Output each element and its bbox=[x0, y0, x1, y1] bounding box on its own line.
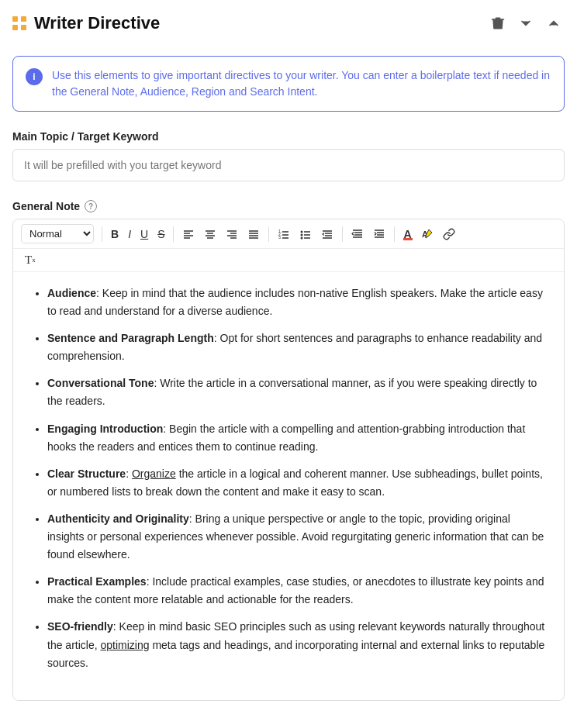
ordered-list-icon: 1.2.3. bbox=[278, 228, 290, 240]
help-icon[interactable]: ? bbox=[85, 200, 97, 212]
align-center-icon bbox=[204, 228, 216, 240]
align-center-button[interactable] bbox=[200, 226, 220, 243]
info-text: Use this elements to give important dire… bbox=[52, 67, 551, 100]
align-justify-button[interactable] bbox=[244, 226, 264, 243]
underline-word-2: optimizing bbox=[100, 639, 149, 651]
toolbar-row1: Normal Heading 1 Heading 2 Heading 3 B I… bbox=[13, 219, 564, 249]
svg-point-26 bbox=[301, 236, 303, 239]
general-note-section: General Note ? Normal Heading 1 Heading … bbox=[12, 200, 565, 701]
svg-text:3.: 3. bbox=[278, 235, 282, 240]
list-item: SEO-friendly: Keep in mind basic SEO pri… bbox=[47, 618, 545, 671]
list-item: Audience: Keep in mind that the audience… bbox=[47, 285, 545, 320]
list-item: Authenticity and Originality: Bring a un… bbox=[47, 510, 545, 564]
font-color-button[interactable]: A bbox=[399, 226, 415, 242]
list-item: Practical Examples: Include practical ex… bbox=[47, 573, 545, 609]
highlight-button[interactable]: A bbox=[417, 226, 437, 243]
content-list: Audience: Keep in mind that the audience… bbox=[32, 285, 545, 672]
grid-icon[interactable] bbox=[12, 16, 26, 30]
clear-format-button[interactable]: Tx bbox=[21, 252, 40, 268]
list-item: Clear Structure: Organize the article in… bbox=[47, 465, 545, 501]
editor-content[interactable]: Audience: Keep in mind that the audience… bbox=[13, 272, 564, 700]
indent-decrease-icon bbox=[351, 228, 364, 240]
page-title: Writer Directive bbox=[34, 13, 160, 33]
ordered-list-button[interactable]: 1.2.3. bbox=[274, 226, 294, 243]
indent-decrease-button[interactable] bbox=[347, 226, 368, 243]
align-left-button[interactable] bbox=[178, 226, 199, 243]
bold-button[interactable]: B bbox=[107, 226, 123, 242]
strikethrough-button[interactable]: S bbox=[154, 226, 168, 242]
svg-point-24 bbox=[301, 233, 303, 236]
list-item: Sentence and Paragraph Length: Opt for s… bbox=[47, 329, 545, 365]
align-left-icon bbox=[182, 228, 195, 240]
toolbar-divider-4 bbox=[342, 226, 343, 242]
header: Writer Directive bbox=[12, 12, 565, 40]
info-banner: i Use this elements to give important di… bbox=[12, 56, 565, 112]
header-actions bbox=[487, 12, 565, 34]
align-right-icon bbox=[226, 228, 238, 240]
chevron-up-icon bbox=[546, 16, 561, 31]
indent-increase-icon bbox=[373, 228, 385, 240]
general-note-label: General Note ? bbox=[12, 200, 565, 212]
italic-button[interactable]: I bbox=[124, 226, 135, 242]
align-justify-icon bbox=[247, 228, 260, 240]
toolbar-divider-3 bbox=[268, 226, 269, 242]
chevron-down-button[interactable] bbox=[515, 12, 537, 34]
link-icon bbox=[443, 228, 455, 240]
delete-button[interactable] bbox=[487, 12, 509, 34]
highlight-icon: A bbox=[421, 228, 434, 240]
link-button[interactable] bbox=[439, 226, 459, 243]
unordered-list-button[interactable] bbox=[295, 226, 316, 243]
editor-container: Normal Heading 1 Heading 2 Heading 3 B I… bbox=[12, 219, 565, 701]
list-item: Engaging Introduction: Begin the article… bbox=[47, 420, 545, 456]
format-select[interactable]: Normal Heading 1 Heading 2 Heading 3 bbox=[21, 224, 94, 243]
page-container: Writer Directive bbox=[0, 0, 577, 726]
toolbar-row2: Tx bbox=[13, 249, 564, 272]
info-icon: i bbox=[26, 68, 43, 85]
main-topic-label: Main Topic / Target Keyword bbox=[12, 130, 565, 143]
header-left: Writer Directive bbox=[12, 13, 160, 33]
chevron-down-icon bbox=[518, 16, 534, 31]
outdent-icon bbox=[321, 228, 333, 240]
underline-button[interactable]: U bbox=[136, 226, 152, 242]
delete-icon bbox=[490, 16, 506, 31]
outdent-button[interactable] bbox=[317, 226, 337, 243]
unordered-list-icon bbox=[299, 228, 312, 240]
svg-point-22 bbox=[301, 230, 303, 233]
indent-increase-button[interactable] bbox=[369, 226, 389, 243]
toolbar-divider-2 bbox=[173, 226, 174, 242]
chevron-up-button[interactable] bbox=[543, 12, 565, 34]
list-item: Conversational Tone: Write the article i… bbox=[47, 374, 545, 410]
keyword-input[interactable] bbox=[12, 149, 565, 181]
align-right-button[interactable] bbox=[222, 226, 242, 243]
toolbar-divider-5 bbox=[394, 226, 395, 242]
toolbar-divider-1 bbox=[102, 226, 102, 242]
underline-word: Organize bbox=[132, 468, 176, 480]
